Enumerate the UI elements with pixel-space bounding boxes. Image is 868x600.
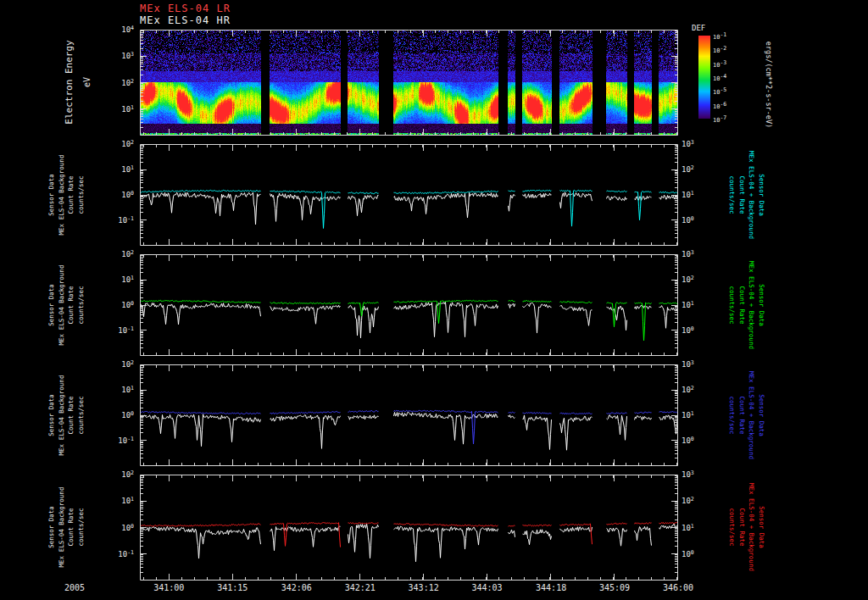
colorbar-tick-label: 10-7 bbox=[713, 115, 726, 124]
panel-right-y-tick-label: 102 bbox=[682, 386, 694, 394]
panel-right-y-tick-label: 100 bbox=[682, 436, 694, 445]
panel-left-label-4: Sensor Data MEx ELS-04 Background Count … bbox=[47, 453, 86, 600]
spectrogram-y-tick-label: 103 bbox=[95, 52, 134, 60]
panel-right-y-tick-label: 103 bbox=[682, 470, 694, 479]
panel-1-line-canvas bbox=[140, 144, 678, 246]
colorbar-tick-label: 10-4 bbox=[713, 74, 726, 82]
colorbar-units-label: ergs/(cm**2-s-sr-eV) bbox=[762, 0, 774, 169]
panel-right-y-tick-label: 100 bbox=[682, 216, 694, 225]
panel-right-y-tick-label: 101 bbox=[682, 301, 694, 309]
mex-els-summary-plot: MEx ELS-04 LR MEx ELS-04 HR Electron Ene… bbox=[0, 0, 868, 600]
x-axis-tick-label: 346:00 bbox=[663, 584, 693, 592]
panel-2-line-canvas bbox=[140, 254, 678, 356]
panel-right-y-tick-label: 103 bbox=[682, 140, 694, 148]
spectrogram-y-tick-label: 102 bbox=[95, 79, 134, 87]
panel-left-y-tick-label: 10-1 bbox=[95, 216, 134, 225]
panel-left-y-tick-label: 102 bbox=[95, 250, 134, 258]
x-axis-tick-label: 341:15 bbox=[217, 584, 248, 592]
colorbar-tick-label: 10-5 bbox=[713, 87, 726, 96]
panel-left-y-tick-label: 101 bbox=[95, 386, 134, 394]
x-axis-tick-label: 345:09 bbox=[599, 584, 630, 592]
colorbar-title: DEF bbox=[692, 25, 705, 32]
panel-right-y-tick-label: 103 bbox=[682, 360, 694, 369]
colorbar-canvas bbox=[698, 36, 710, 119]
x-axis-tick-label: 341:00 bbox=[153, 584, 184, 592]
spectrogram-canvas bbox=[140, 30, 678, 136]
panel-right-y-tick-label: 102 bbox=[682, 275, 694, 284]
x-axis-tick-label: 344:03 bbox=[472, 584, 503, 592]
panel-right-y-tick-label: 101 bbox=[682, 411, 694, 419]
panel-left-y-tick-label: 101 bbox=[95, 497, 134, 505]
panel-left-y-tick-label: 100 bbox=[95, 191, 134, 199]
panel-3-line-canvas bbox=[140, 364, 678, 466]
x-axis-tick-label: 343:12 bbox=[409, 584, 439, 592]
panel-right-y-tick-label: 102 bbox=[682, 497, 694, 505]
panel-4-line-canvas bbox=[140, 475, 678, 581]
x-axis-tick-label: 342:06 bbox=[281, 584, 312, 592]
panel-left-y-tick-label: 100 bbox=[95, 301, 134, 309]
colorbar-tick-label: 10-2 bbox=[713, 46, 726, 54]
panel-right-y-tick-label: 103 bbox=[682, 250, 694, 258]
panel-left-y-tick-label: 102 bbox=[95, 470, 134, 479]
spectrogram-y-tick-label: 101 bbox=[95, 105, 134, 114]
panel-right-y-tick-label: 101 bbox=[682, 191, 694, 199]
panel-right-y-tick-label: 100 bbox=[682, 550, 694, 558]
panel-left-y-tick-label: 101 bbox=[95, 165, 134, 174]
panel-right-label-4: Sensor Data MEx ELS-04 + Background Coun… bbox=[732, 455, 766, 599]
colorbar-tick-label: 10-1 bbox=[713, 32, 726, 41]
panel-right-y-tick-label: 100 bbox=[682, 326, 694, 335]
colorbar-tick-label: 10-3 bbox=[713, 60, 726, 69]
panel-right-y-tick-label: 102 bbox=[682, 165, 694, 174]
panel-right-y-tick-label: 101 bbox=[682, 524, 694, 532]
ylabel-ev: eV bbox=[81, 65, 91, 99]
x-axis-tick-label: 344:18 bbox=[536, 584, 566, 592]
x-axis-tick-label: 342:21 bbox=[345, 584, 376, 592]
panel-left-y-tick-label: 10-1 bbox=[95, 436, 134, 445]
panel-left-y-tick-label: 102 bbox=[95, 140, 134, 148]
spectrogram-y-tick-label: 104 bbox=[95, 25, 134, 34]
panel-left-y-tick-label: 10-1 bbox=[95, 326, 134, 335]
title-lr: MEx ELS-04 LR bbox=[140, 3, 231, 14]
colorbar-tick-label: 10-6 bbox=[713, 102, 726, 110]
x-axis-year-label: 2005 bbox=[64, 584, 85, 592]
panel-left-y-tick-label: 100 bbox=[95, 411, 134, 419]
panel-left-y-tick-label: 100 bbox=[95, 524, 134, 532]
panel-left-y-tick-label: 102 bbox=[95, 360, 134, 369]
title-hr: MEx ELS-04 HR bbox=[140, 14, 231, 26]
panel-left-y-tick-label: 101 bbox=[95, 275, 134, 284]
panel-left-y-tick-label: 10-1 bbox=[95, 550, 134, 558]
